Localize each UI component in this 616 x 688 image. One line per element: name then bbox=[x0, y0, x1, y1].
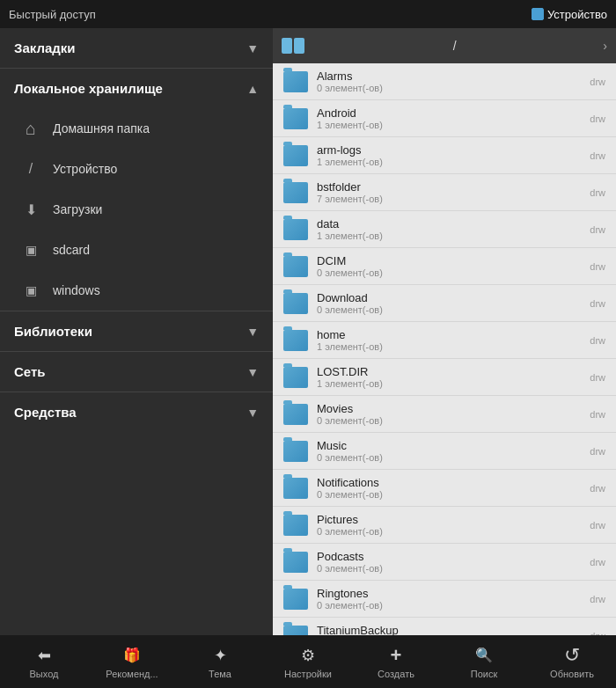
local-section[interactable]: Локальное хранилище ▲ bbox=[0, 69, 273, 108]
file-perm: drw bbox=[590, 372, 605, 383]
downloads-icon bbox=[21, 200, 40, 219]
file-item[interactable]: Alarms 0 элемент(-ов) drw bbox=[273, 63, 616, 100]
file-name: home bbox=[317, 328, 581, 341]
device-nav-icon bbox=[21, 159, 40, 179]
sdcard-label: sdcard bbox=[53, 243, 90, 257]
file-info: DCIM 0 элемент(-ов) bbox=[317, 254, 581, 278]
bottom-label-settings: Настройки bbox=[284, 669, 332, 679]
bottom-item-create[interactable]: Создать bbox=[370, 645, 422, 679]
file-meta: 0 элемент(-ов) bbox=[317, 267, 581, 278]
file-name: arm-logs bbox=[317, 143, 581, 157]
bookmarks-chevron: ▼ bbox=[246, 41, 259, 55]
file-perm: drw bbox=[590, 298, 605, 309]
file-info: bstfolder 7 элемент(-ов) bbox=[317, 180, 581, 204]
folder-icon bbox=[283, 108, 308, 129]
file-name: Music bbox=[317, 439, 581, 452]
file-meta: 0 элемент(-ов) bbox=[317, 304, 581, 315]
file-item[interactable]: bstfolder 7 элемент(-ов) drw bbox=[273, 174, 616, 211]
device-nav-label: Устройство bbox=[53, 162, 117, 176]
folder-icon bbox=[283, 293, 308, 314]
windows-label: windows bbox=[53, 283, 100, 297]
bottom-label-recommend: Рекоменд... bbox=[106, 669, 158, 679]
file-meta: 0 элемент(-ов) bbox=[317, 563, 581, 574]
file-info: Podcasts 0 элемент(-ов) bbox=[317, 550, 581, 574]
bottom-item-recommend[interactable]: Рекоменд... bbox=[106, 645, 158, 679]
tools-section[interactable]: Средства ▼ bbox=[0, 392, 273, 432]
file-meta: 1 элемент(-ов) bbox=[317, 120, 581, 130]
file-perm: drw bbox=[590, 557, 605, 567]
file-name: Ringtones bbox=[317, 587, 581, 600]
file-meta: 0 элемент(-ов) bbox=[317, 83, 581, 93]
folder-icon bbox=[283, 219, 308, 240]
file-item[interactable]: TitaniumBackup 0 элемент(-ов) drw bbox=[273, 618, 616, 635]
file-item[interactable]: Movies 0 элемент(-ов) drw bbox=[273, 396, 616, 433]
file-name: LOST.DIR bbox=[317, 365, 581, 378]
file-item[interactable]: LOST.DIR 1 элемент(-ов) drw bbox=[273, 359, 616, 396]
home-icon bbox=[21, 119, 40, 138]
libraries-section[interactable]: Библиотеки ▼ bbox=[0, 311, 273, 351]
nav-home[interactable]: Домашняя папка bbox=[0, 108, 273, 149]
file-info: Music 0 элемент(-ов) bbox=[317, 439, 581, 463]
network-section[interactable]: Сеть ▼ bbox=[0, 352, 273, 392]
libraries-chevron: ▼ bbox=[246, 325, 259, 339]
exit-icon bbox=[33, 645, 55, 666]
file-perm: drw bbox=[590, 335, 605, 346]
network-chevron: ▼ bbox=[246, 365, 259, 379]
bottom-item-settings[interactable]: Настройки bbox=[282, 645, 334, 679]
local-label: Локальное хранилище bbox=[14, 81, 163, 96]
bookmarks-section[interactable]: Закладки ▼ bbox=[0, 28, 273, 68]
file-perm: drw bbox=[590, 483, 605, 494]
file-meta: 1 элемент(-ов) bbox=[317, 231, 581, 241]
file-item[interactable]: Android 1 элемент(-ов) drw bbox=[273, 100, 616, 137]
top-bar: Быстрый доступ Устройство bbox=[0, 0, 616, 28]
folder-icon bbox=[283, 589, 308, 610]
panel-toggle-icon[interactable] bbox=[282, 36, 306, 55]
file-info: data 1 элемент(-ов) bbox=[317, 217, 581, 241]
file-item[interactable]: home 1 элемент(-ов) drw bbox=[273, 322, 616, 359]
bottom-bar: Выход Рекоменд... Тема Настройки Создать… bbox=[0, 635, 616, 688]
refresh-icon bbox=[561, 645, 583, 666]
file-info: Alarms 0 элемент(-ов) bbox=[317, 70, 581, 93]
file-item[interactable]: Pictures 0 элемент(-ов) drw bbox=[273, 507, 616, 544]
file-item[interactable]: data 1 элемент(-ов) drw bbox=[273, 211, 616, 248]
nav-sdcard[interactable]: sdcard bbox=[0, 230, 273, 270]
file-item[interactable]: Ringtones 0 элемент(-ов) drw bbox=[273, 581, 616, 618]
file-item[interactable]: Notifications 0 элемент(-ов) drw bbox=[273, 470, 616, 507]
file-name: Download bbox=[317, 291, 581, 304]
bottom-item-exit[interactable]: Выход bbox=[18, 645, 70, 679]
file-meta: 0 элемент(-ов) bbox=[317, 452, 581, 463]
folder-icon bbox=[283, 145, 308, 166]
file-name: TitaniumBackup bbox=[317, 624, 581, 635]
file-item[interactable]: Music 0 элемент(-ов) drw bbox=[273, 433, 616, 470]
file-meta: 1 элемент(-ов) bbox=[317, 378, 581, 389]
file-item[interactable]: Podcasts 0 элемент(-ов) drw bbox=[273, 544, 616, 581]
file-info: home 1 элемент(-ов) bbox=[317, 328, 581, 352]
file-name: Android bbox=[317, 106, 581, 120]
nav-downloads[interactable]: Загрузки bbox=[0, 189, 273, 230]
folder-icon bbox=[283, 626, 308, 636]
folder-icon bbox=[283, 367, 308, 388]
file-info: Ringtones 0 элемент(-ов) bbox=[317, 587, 581, 611]
bottom-item-theme[interactable]: Тема bbox=[194, 645, 246, 679]
nav-windows[interactable]: windows bbox=[0, 270, 273, 311]
settings-icon bbox=[297, 645, 319, 666]
file-perm: drw bbox=[590, 594, 605, 604]
folder-icon bbox=[283, 515, 308, 536]
file-meta: 1 элемент(-ов) bbox=[317, 341, 581, 352]
bottom-item-search[interactable]: Поиск bbox=[458, 645, 510, 679]
bookmarks-label: Закладки bbox=[14, 40, 76, 55]
bottom-label-refresh: Обновить bbox=[550, 669, 594, 679]
file-item[interactable]: Download 0 элемент(-ов) drw bbox=[273, 285, 616, 322]
file-item[interactable]: DCIM 0 элемент(-ов) drw bbox=[273, 248, 616, 285]
bottom-item-refresh[interactable]: Обновить bbox=[546, 645, 598, 679]
file-info: arm-logs 1 элемент(-ов) bbox=[317, 143, 581, 167]
file-item[interactable]: arm-logs 1 элемент(-ов) drw bbox=[273, 137, 616, 174]
nav-device[interactable]: Устройство bbox=[0, 149, 273, 189]
folder-icon bbox=[283, 552, 308, 573]
file-info: TitaniumBackup 0 элемент(-ов) bbox=[317, 624, 581, 635]
tools-chevron: ▼ bbox=[246, 406, 259, 420]
right-header: / › bbox=[273, 28, 616, 63]
home-label: Домашняя папка bbox=[53, 121, 150, 135]
file-perm: drw bbox=[590, 224, 605, 235]
tools-label: Средства bbox=[14, 405, 77, 420]
